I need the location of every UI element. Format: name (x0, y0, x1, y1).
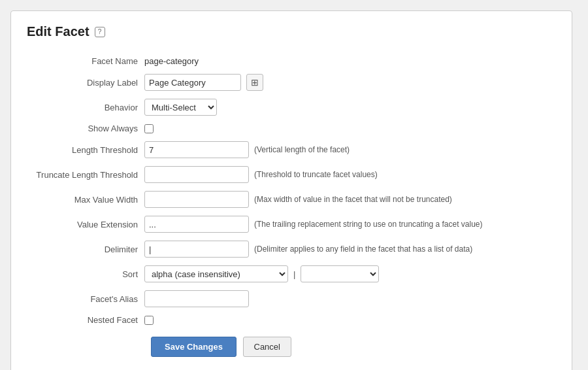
length-threshold-label: Length Threshold (27, 145, 144, 155)
behavior-select[interactable]: Multi-Select Single-Select Checkbox (144, 99, 217, 116)
display-label-icon-button[interactable]: ⊞ (246, 74, 263, 91)
facet-name-label: Facet Name (27, 56, 144, 66)
max-value-width-hint: (Max width of value in the facet that wi… (254, 195, 452, 204)
nested-facet-row: Nested Facet (27, 311, 556, 329)
show-always-checkbox[interactable] (144, 124, 154, 133)
truncate-row: Truncate Length Threshold (Threshold to … (27, 162, 556, 187)
display-label-label: Display Label (27, 78, 144, 88)
cancel-button[interactable]: Cancel (243, 337, 291, 357)
truncate-hint: (Threshold to truncate facet values) (254, 170, 378, 179)
buttons-row: Save Changes Cancel (27, 337, 556, 357)
sort-row: Sort alpha (case insensitive) alpha (cas… (27, 261, 556, 286)
value-extension-input[interactable] (144, 216, 249, 233)
delimiter-input[interactable] (144, 241, 249, 258)
facets-alias-row: Facet's Alias (27, 286, 556, 311)
behavior-row: Behavior Multi-Select Single-Select Chec… (27, 95, 556, 120)
facets-alias-label: Facet's Alias (27, 294, 144, 304)
length-threshold-hint: (Vertical length of the facet) (254, 145, 350, 154)
sort-separator: | (293, 269, 295, 279)
facet-name-value: page-category (144, 56, 199, 66)
show-always-label: Show Always (27, 124, 144, 133)
delimiter-row: Delimiter (Delimiter applies to any fiel… (27, 237, 556, 261)
truncate-label: Truncate Length Threshold (27, 170, 144, 180)
facets-alias-input[interactable] (144, 290, 249, 307)
max-value-width-input[interactable] (144, 191, 249, 208)
nested-facet-checkbox[interactable] (144, 316, 154, 325)
delimiter-hint: (Delimiter applies to any field in the f… (254, 244, 472, 254)
page-title: Edit Facet ? (27, 24, 556, 39)
nested-facet-field (144, 316, 556, 325)
value-extension-hint: (The trailing replacement string to use … (254, 220, 483, 229)
facet-name-field: page-category (144, 56, 556, 66)
sort-field: alpha (case insensitive) alpha (case sen… (144, 265, 556, 282)
length-threshold-input[interactable] (144, 141, 249, 158)
value-extension-row: Value Extension (The trailing replacemen… (27, 212, 556, 237)
delimiter-field: (Delimiter applies to any field in the f… (144, 241, 556, 258)
value-extension-field: (The trailing replacement string to use … (144, 216, 556, 233)
nested-facet-label: Nested Facet (27, 315, 144, 325)
max-value-width-field: (Max width of value in the facet that wi… (144, 191, 556, 208)
sort-direction-select[interactable]: asc desc (301, 265, 379, 282)
show-always-field (144, 124, 556, 133)
length-threshold-row: Length Threshold (Vertical length of the… (27, 137, 556, 162)
delimiter-label: Delimiter (27, 244, 144, 254)
facet-name-row: Facet Name page-category (27, 52, 556, 70)
length-threshold-field: (Vertical length of the facet) (144, 141, 556, 158)
save-button[interactable]: Save Changes (151, 337, 237, 357)
facets-alias-field (144, 290, 556, 307)
max-value-width-row: Max Value Width (Max width of value in t… (27, 187, 556, 212)
truncate-input[interactable] (144, 166, 249, 183)
show-always-row: Show Always (27, 120, 556, 137)
edit-facet-panel: Edit Facet ? Facet Name page-category Di… (10, 10, 572, 370)
value-extension-label: Value Extension (27, 220, 144, 229)
behavior-label: Behavior (27, 103, 144, 112)
display-label-input[interactable] (144, 74, 241, 91)
behavior-field: Multi-Select Single-Select Checkbox (144, 99, 556, 116)
truncate-field: (Threshold to truncate facet values) (144, 166, 556, 183)
sort-label: Sort (27, 269, 144, 279)
display-label-field: ⊞ (144, 74, 556, 91)
sort-select[interactable]: alpha (case insensitive) alpha (case sen… (144, 265, 288, 282)
title-text: Edit Facet (27, 24, 90, 39)
help-icon[interactable]: ? (95, 27, 105, 37)
display-label-row: Display Label ⊞ (27, 70, 556, 95)
max-value-width-label: Max Value Width (27, 195, 144, 205)
